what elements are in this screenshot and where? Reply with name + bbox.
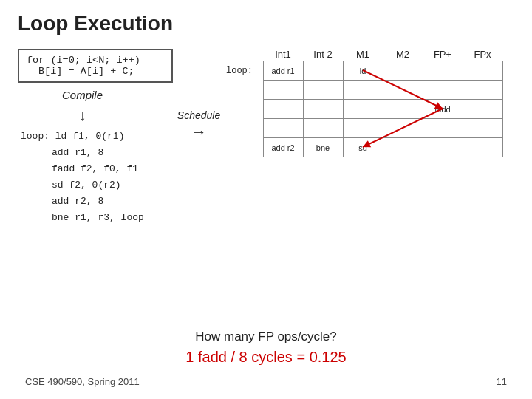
asm-line-1: add r1, 8 [52, 145, 173, 161]
footer: CSE 490/590, Spring 2011 11 [18, 376, 514, 387]
schedule-table: loop:add r1ldfaddadd r2bnesd [225, 61, 503, 157]
cell-3-2 [343, 119, 383, 138]
asm-line-3: sd f2, 0(r2) [52, 177, 173, 194]
asm-line-4: add r2, 8 [52, 194, 173, 210]
cell-4-1: bne [303, 138, 343, 157]
cell-0-2: ld [343, 61, 383, 81]
cell-4-4 [423, 138, 463, 157]
cell-4-0: add r2 [263, 138, 303, 157]
bottom-section: How many FP ops/cycle? 1 fadd / 8 cycles… [18, 330, 514, 370]
cell-4-3 [383, 138, 423, 157]
cell-0-3 [383, 61, 423, 81]
row-label-4 [225, 138, 263, 157]
cell-1-2 [343, 81, 383, 100]
cell-1-4 [423, 81, 463, 100]
code-line1: for (i=0; i<N; i++) [27, 55, 164, 66]
schedule-right-arrow: → [191, 123, 207, 142]
cell-2-2 [343, 100, 383, 119]
row-label-1 [225, 81, 263, 100]
cell-3-4 [423, 119, 463, 138]
cell-2-5 [463, 100, 502, 119]
asm-code: loop: ld f1, 0(r1) add r1, 8 fadd f2, f0… [21, 129, 173, 227]
cell-0-5 [463, 61, 502, 81]
cell-0-1 [303, 61, 343, 81]
asm-line-2: fadd f2, f0, f1 [52, 161, 173, 177]
cell-2-0 [263, 100, 303, 119]
cell-3-3 [383, 119, 423, 138]
cell-3-5 [463, 119, 502, 138]
cell-1-0 [263, 81, 303, 100]
row-label-3 [225, 119, 263, 138]
code-line2: B[i] = A[i] + C; [38, 66, 164, 77]
schedule-label: Schedule [177, 109, 220, 121]
question-text: How many FP ops/cycle? [18, 330, 514, 344]
cell-0-4 [423, 61, 463, 81]
asm-line-5: bne r1, r3, loop [52, 210, 173, 226]
cell-1-1 [303, 81, 343, 100]
compile-label: Compile [62, 89, 103, 101]
cell-4-2: sd [343, 138, 383, 157]
page-title: Loop Execution [18, 12, 514, 35]
col-header-1: Int 2 [303, 49, 343, 60]
cell-3-1 [303, 119, 343, 138]
footer-page: 11 [497, 376, 507, 387]
cell-1-5 [463, 81, 502, 100]
row-label-2 [225, 100, 263, 119]
answer-text: 1 fadd / 8 cycles = 0.125 [18, 349, 514, 366]
cell-2-1 [303, 100, 343, 119]
col-header-2: M1 [343, 49, 383, 60]
footer-course: CSE 490/590, Spring 2011 [25, 376, 140, 387]
cell-4-5 [463, 138, 502, 157]
code-box: for (i=0; i<N; i++) B[i] = A[i] + C; [18, 49, 173, 83]
cell-2-4: fadd [423, 100, 463, 119]
col-header-5: FPx [463, 49, 502, 60]
asm-line-0: loop: ld f1, 0(r1) [21, 129, 173, 145]
col-header-4: FP+ [423, 49, 463, 60]
col-header-3: M2 [383, 49, 423, 60]
cell-3-0 [263, 119, 303, 138]
col-header-0: Int1 [263, 49, 303, 60]
compile-down-arrow: ↓ [79, 107, 86, 124]
cell-0-0: add r1 [263, 61, 303, 81]
cell-1-3 [383, 81, 423, 100]
cell-2-3 [383, 100, 423, 119]
page: Loop Execution for (i=0; i<N; i++) B[i] … [0, 0, 532, 399]
row-label-0: loop: [225, 61, 263, 81]
schedule-table-wrapper: loop:add r1ldfaddadd r2bnesd [225, 61, 514, 157]
